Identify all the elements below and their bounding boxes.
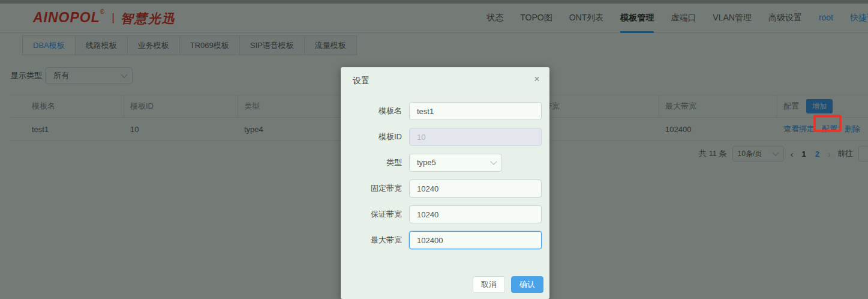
template-id-input: [409, 128, 542, 146]
template-id-label: 模板ID: [341, 131, 402, 142]
chevron-down-icon: [490, 158, 497, 165]
cancel-button[interactable]: 取消: [473, 276, 505, 293]
max-bandwidth-input[interactable]: [409, 231, 542, 249]
fixed-bandwidth-input[interactable]: [409, 180, 542, 198]
field-template-id: 模板ID: [341, 128, 549, 146]
type-label: 类型: [341, 157, 402, 168]
annotation-box: [813, 115, 842, 132]
settings-form: 模板名 模板ID 类型 type5 固定带宽 保证带宽 最大带宽: [341, 102, 549, 257]
fixed-bandwidth-label: 固定带宽: [341, 183, 402, 194]
template-name-input[interactable]: [409, 102, 542, 120]
field-guaranteed-bandwidth: 保证带宽: [341, 205, 549, 223]
max-bandwidth-label: 最大带宽: [341, 235, 402, 246]
type-select-value: type5: [417, 158, 436, 167]
confirm-button[interactable]: 确认: [511, 276, 543, 293]
dialog-title: 设置: [353, 76, 370, 86]
guaranteed-bandwidth-label: 保证带宽: [341, 209, 402, 220]
field-fixed-bandwidth: 固定带宽: [341, 180, 549, 198]
settings-dialog: 设置 × 模板名 模板ID 类型 type5 固定带宽 保证带宽 最大带宽: [341, 67, 549, 299]
field-template-name: 模板名: [341, 102, 549, 120]
field-type: 类型 type5: [341, 154, 549, 172]
field-max-bandwidth: 最大带宽: [341, 231, 549, 249]
close-icon[interactable]: ×: [534, 74, 540, 84]
dialog-footer: 取消 确认: [341, 276, 549, 293]
guaranteed-bandwidth-input[interactable]: [409, 205, 542, 223]
type-select[interactable]: type5: [409, 154, 502, 172]
template-name-label: 模板名: [341, 106, 402, 116]
